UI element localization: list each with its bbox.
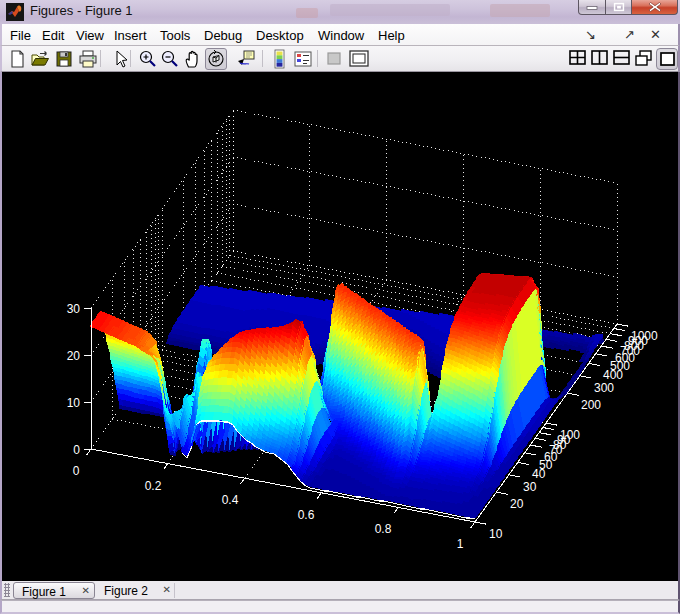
svg-text:30: 30 bbox=[67, 302, 81, 316]
svg-text:0: 0 bbox=[73, 443, 80, 457]
svg-text:0.6: 0.6 bbox=[298, 508, 315, 522]
svg-text:0.4: 0.4 bbox=[222, 493, 239, 507]
svg-text:30: 30 bbox=[523, 480, 537, 494]
svg-text:0: 0 bbox=[73, 464, 80, 478]
svg-text:100: 100 bbox=[560, 428, 580, 442]
svg-text:1: 1 bbox=[457, 537, 464, 551]
svg-text:1000: 1000 bbox=[631, 329, 658, 343]
svg-text:0.8: 0.8 bbox=[375, 522, 392, 536]
svg-text:20: 20 bbox=[510, 497, 524, 511]
svg-text:300: 300 bbox=[594, 381, 614, 395]
svg-text:200: 200 bbox=[581, 398, 601, 412]
svg-text:0.2: 0.2 bbox=[145, 479, 162, 493]
svg-text:10: 10 bbox=[489, 527, 503, 541]
svg-text:10: 10 bbox=[67, 396, 81, 410]
svg-text:20: 20 bbox=[67, 349, 81, 363]
